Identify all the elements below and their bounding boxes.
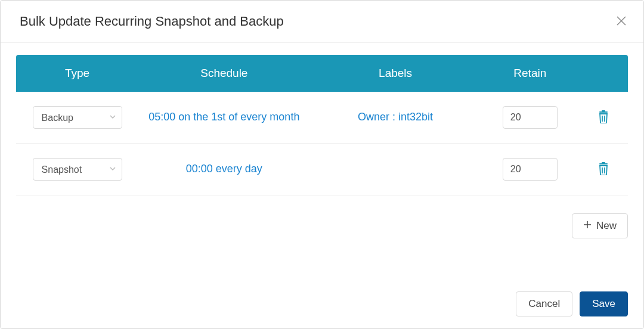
labels-link[interactable]: Owner : int32bit [358,111,433,123]
cell-type: Snapshot [16,144,138,195]
cell-labels: Owner : int32bit [309,92,481,144]
table-header-row: Type Schedule Labels Retain [16,55,628,92]
retain-input[interactable] [503,106,558,129]
svg-rect-2 [599,111,608,113]
schedule-table: Type Schedule Labels Retain Backup [16,55,628,195]
header-labels: Labels [309,55,481,92]
cell-retain [481,144,579,195]
header-schedule: Schedule [138,55,309,92]
header-type: Type [16,55,138,92]
delete-button[interactable] [595,108,612,128]
modal-title: Bulk Update Recurring Snapshot and Backu… [20,14,284,29]
table-row: Snapshot 00:00 every day [16,144,628,195]
cell-action [579,92,628,144]
modal-body: Type Schedule Labels Retain Backup [1,43,643,238]
cell-action [579,144,628,195]
cell-schedule: 00:00 every day [138,144,309,195]
header-retain: Retain [481,55,579,92]
cancel-button[interactable]: Cancel [516,291,572,316]
type-select[interactable]: Snapshot [33,158,122,181]
cell-type: Backup [16,92,138,144]
new-button[interactable]: New [572,213,628,238]
svg-rect-7 [602,162,605,163]
cell-labels [309,144,481,195]
plus-icon [583,220,592,232]
new-row: New [16,195,628,238]
cell-retain [481,92,579,144]
type-select[interactable]: Backup [33,106,122,129]
schedule-link[interactable]: 05:00 on the 1st of every month [148,111,299,123]
delete-button[interactable] [595,160,612,179]
trash-icon [597,116,609,125]
close-icon[interactable] [616,14,627,29]
save-button[interactable]: Save [580,291,628,316]
modal-footer: Cancel Save [1,282,643,328]
schedule-link[interactable]: 00:00 every day [186,163,262,175]
retain-input[interactable] [503,158,558,181]
modal-header: Bulk Update Recurring Snapshot and Backu… [1,1,643,43]
table-row: Backup 05:00 on the 1st of every month O… [16,92,628,144]
trash-icon [597,168,609,177]
svg-rect-3 [602,110,605,111]
svg-rect-6 [599,163,608,164]
new-label: New [596,220,617,232]
cell-schedule: 05:00 on the 1st of every month [138,92,309,144]
header-action [579,55,628,92]
